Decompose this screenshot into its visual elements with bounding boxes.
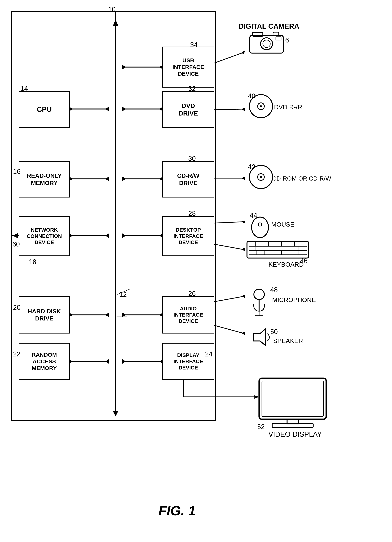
ref-50: 50 [270, 328, 278, 336]
rom-box: READ-ONLYMEMORY [19, 161, 70, 197]
ref-10: 10 [108, 5, 115, 13]
ref-22: 22 [13, 350, 21, 358]
ref-34: 34 [190, 41, 198, 49]
ref-52: 52 [257, 423, 265, 431]
audio-box: AUDIOINTERFACEDEVICE [162, 296, 214, 334]
video-display-label: VIDEO DISPLAY [268, 430, 322, 439]
ref-44: 44 [250, 211, 257, 219]
rom-label: READ-ONLYMEMORY [27, 172, 62, 186]
svg-rect-73 [247, 241, 309, 258]
monitor-icon [257, 376, 328, 429]
ref-30: 30 [188, 155, 196, 163]
svg-point-69 [260, 176, 262, 178]
svg-point-66 [260, 105, 262, 107]
ref-42: 42 [248, 163, 255, 171]
microphone-icon [250, 287, 268, 318]
dvd-label: DVD R-/R+ [274, 103, 306, 111]
microphone-label: MICROPHONE [272, 296, 316, 304]
usb-label: USBINTERFACEDEVICE [172, 57, 204, 77]
ref-24: 24 [205, 350, 212, 358]
network-label: NETWORKCONNECTIONDEVICE [27, 227, 62, 246]
desktop-box: DESKTOPINTERFACEDEVICE [162, 216, 214, 256]
ref-16: 16 [13, 168, 21, 175]
mouse-label: MOUSE [271, 221, 294, 228]
svg-marker-102 [254, 329, 266, 346]
keyboard-label: KEYBOARD [268, 261, 304, 268]
dvd-drive-label: DVDDRIVE [179, 102, 198, 117]
ref-48: 48 [270, 286, 278, 294]
network-box: NETWORKCONNECTIONDEVICE [19, 216, 70, 256]
ref-60: 60 [12, 240, 20, 248]
ref-6: 6 [285, 36, 289, 44]
ref-26: 26 [188, 290, 196, 298]
usb-box: USBINTERFACEDEVICE [162, 47, 214, 87]
desktop-label: DESKTOPINTERFACEDEVICE [174, 227, 203, 246]
cpu-box: CPU [19, 91, 70, 128]
display-label: DISPLAYINTERFACEDEVICE [174, 352, 203, 371]
svg-rect-106 [262, 381, 323, 417]
speaker-icon [250, 328, 272, 347]
dvd-drive-box: DVDDRIVE [162, 91, 214, 128]
digital-camera-icon [248, 29, 285, 56]
cdrom-label: CD-ROM OR CD-R/W [272, 175, 331, 182]
svg-rect-103 [259, 378, 326, 419]
svg-marker-41 [241, 50, 245, 54]
svg-marker-51 [241, 295, 245, 298]
ref-18: 18 [29, 258, 36, 266]
display-box: DISPLAYINTERFACEDEVICE [162, 343, 214, 380]
ram-box: RANDOMACCESSMEMORY [19, 343, 70, 380]
svg-marker-47 [241, 220, 245, 224]
diagram-container: 10 [0, 0, 392, 542]
svg-point-98 [254, 289, 264, 300]
hdd-label: HARD DISKDRIVE [28, 308, 61, 322]
svg-rect-62 [276, 37, 281, 40]
keyboard-icon [246, 240, 310, 260]
ref-40: 40 [248, 92, 255, 100]
svg-marker-43 [241, 108, 245, 111]
svg-point-60 [263, 40, 270, 48]
audio-label: AUDIOINTERFACEDEVICE [174, 306, 203, 324]
ref-14: 14 [21, 85, 28, 92]
hdd-box: HARD DISKDRIVE [19, 296, 70, 334]
cdrw-label: CD-R/WDRIVE [177, 172, 199, 186]
speaker-label: SPEAKER [273, 337, 303, 345]
cpu-label: CPU [37, 105, 52, 114]
ref-12: 12 [119, 291, 127, 298]
fig-label: FIG. 1 [131, 503, 224, 518]
ram-label: RANDOMACCESSMEMORY [32, 351, 57, 372]
digital-camera-label: DIGITAL CAMERA [239, 22, 299, 30]
cdrw-box: CD-R/WDRIVE [162, 161, 214, 197]
ref-28: 28 [188, 210, 196, 217]
svg-marker-45 [241, 177, 245, 180]
ref-20: 20 [13, 304, 21, 312]
svg-marker-49 [241, 248, 245, 252]
svg-point-59 [261, 38, 272, 50]
svg-marker-53 [241, 332, 245, 335]
ref-32: 32 [188, 85, 196, 92]
